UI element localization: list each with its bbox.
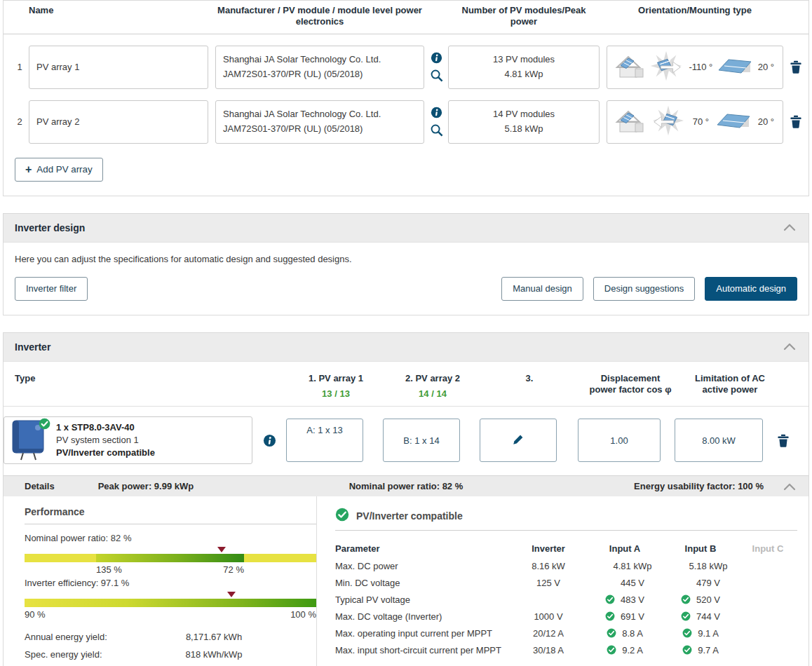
roof-house-icon (614, 52, 645, 82)
input-b-value: 9.7 A (698, 645, 719, 655)
array2-string-count: 14 / 14 (394, 388, 471, 399)
info-icon[interactable] (263, 434, 276, 447)
azimuth-value: -110 ° (689, 62, 712, 72)
compat-row: Max. operating input current per MPPT 20… (335, 625, 797, 641)
pv-array-name-value: PV array 2 (36, 116, 79, 127)
magnifier-icon[interactable] (430, 69, 443, 82)
inverter-design-title: Inverter design (15, 222, 85, 233)
inverter-name: 1 x STP8.0-3AV-40 (56, 421, 155, 434)
ac-limit-field[interactable]: 8.00 kW (675, 419, 763, 462)
gauge-marker (217, 547, 226, 552)
nominal-power-ratio-gauge (25, 546, 316, 563)
pv-array-name-value: PV array 1 (36, 62, 79, 72)
col-parameter: Parameter (335, 543, 510, 554)
orientation-field[interactable]: 70 ° 20 ° (607, 100, 783, 144)
pv-array-name-field[interactable]: PV array 2 (29, 100, 208, 144)
design-suggestions-button[interactable]: Design suggestions (593, 277, 695, 301)
stat-row: Spec. energy yield: 818 kWh/kWp (25, 646, 316, 663)
peak-power: 5.18 kWp (505, 122, 543, 136)
collapse-chevron-icon[interactable] (783, 341, 796, 350)
ok-check-icon (682, 628, 692, 638)
col-input-c: Input C (738, 543, 797, 554)
input-b-value: 520 V (696, 594, 720, 605)
modules-count: 13 PV modules (493, 53, 555, 67)
compatible-check-icon (335, 508, 349, 524)
manufacturer-line: Shanghai JA Solar Technology Co. Ltd. (223, 53, 424, 67)
pv-array-name-field[interactable]: PV array 1 (29, 46, 208, 89)
magnifier-icon[interactable] (430, 123, 443, 137)
input-a-value: 691 V (621, 611, 644, 622)
cos-phi-field[interactable]: 1.00 (578, 419, 661, 462)
input-b-config: B: 1 x 14 (403, 435, 439, 446)
details-label: Details (25, 481, 55, 491)
col-input-b: Input B (663, 543, 738, 554)
param-label: Max. operating input current per MPPT (335, 628, 510, 639)
tilt-value: 20 ° (758, 62, 774, 72)
module-line: JAM72S01-370/PR (UL) (05/2018) (223, 122, 424, 136)
inverter-title: Inverter (15, 341, 50, 353)
inverter-type-card[interactable]: 1 x STP8.0-3AV-40 PV system section 1 PV… (4, 416, 252, 464)
col-header-array2: 2. PV array 2 (394, 373, 471, 385)
modules-count: 14 PV modules (493, 107, 555, 121)
param-label: Min. DC voltage (335, 578, 510, 588)
input-b-value: 9.1 A (698, 628, 719, 639)
input-a-value: 8.8 A (622, 628, 643, 639)
col-header-3: 3. (491, 373, 568, 385)
energy-usability-summary: Energy usability factor: 100 % (634, 481, 764, 491)
inverter-value: 125 V (510, 578, 587, 588)
module-line: JAM72S01-370/PR (UL) (05/2018) (223, 67, 424, 81)
inverter-design-panel: Inverter design Here you can adjust the … (3, 213, 809, 315)
inverter-section: PV system section 1 (56, 434, 155, 447)
peak-power-summary: Peak power: 9.99 kWp (98, 481, 194, 491)
collapse-chevron-icon[interactable] (783, 222, 796, 231)
pv-module-field[interactable]: Shanghai JA Solar Technology Co. Ltd. JA… (215, 46, 424, 89)
pv-module-field[interactable]: Shanghai JA Solar Technology Co. Ltd. JA… (215, 100, 424, 144)
delete-inverter-icon[interactable] (778, 434, 789, 447)
stat-row: Performance ratio: 85.9 % (25, 663, 316, 666)
inverter-device-image (10, 419, 48, 461)
col-header-array1: 1. PV array 1 (297, 373, 374, 385)
manual-design-button[interactable]: Manual design (501, 277, 583, 301)
info-icon[interactable] (431, 52, 442, 64)
performance-title: Performance (25, 506, 316, 517)
modules-peak-power-field[interactable]: 14 PV modules 5.18 kWp (448, 100, 600, 144)
delete-pv-array-icon[interactable] (790, 60, 801, 74)
input-c-config-field[interactable] (480, 419, 557, 462)
inverter-value: 20/12 A (510, 628, 587, 639)
col-header-manufacturer: Manufacturer / PV module / module level … (215, 5, 424, 28)
col-input-a: Input A (587, 543, 663, 554)
col-header-orientation: Orientation/Mounting type (607, 5, 783, 28)
azimuth-compass-icon (651, 104, 686, 139)
tilt-panel-icon (717, 57, 752, 77)
ok-check-icon (605, 611, 615, 621)
inverter-value: 30/18 A (510, 645, 587, 655)
pv-array-panel: Name Manufacturer / PV module / module l… (3, 0, 809, 196)
collapse-chevron-icon[interactable] (783, 482, 796, 491)
nominal-power-ratio-summary: Nominal power ratio: 82 % (349, 481, 463, 491)
inverter-value: 8.16 kW (510, 561, 587, 571)
array1-string-count: 13 / 13 (297, 388, 374, 399)
row-index: 2 (11, 100, 29, 144)
inverter-design-description: Here you can adjust the specifications f… (15, 254, 797, 264)
ok-check-icon (681, 611, 691, 621)
inverter-filter-button[interactable]: Inverter filter (15, 277, 88, 301)
cos-phi-value: 1.00 (610, 435, 628, 446)
input-a-config-field[interactable]: A: 1 x 13 (286, 419, 363, 462)
delete-pv-array-icon[interactable] (790, 115, 801, 128)
manufacturer-line: Shanghai JA Solar Technology Co. Ltd. (223, 107, 424, 121)
automatic-design-button[interactable]: Automatic design (705, 277, 797, 301)
input-a-value: 4.81 kWp (614, 561, 652, 571)
pv-array-row: 2 PV array 2 Shanghai JA Solar Technolog… (4, 100, 808, 144)
input-b-value: 744 V (696, 611, 720, 622)
info-icon[interactable] (431, 107, 442, 118)
add-pv-array-button[interactable]: + Add PV array (15, 158, 103, 182)
compatible-check-icon (39, 418, 50, 432)
ok-check-icon (681, 594, 691, 604)
col-header-ac-limit: Limitation of AC active power (686, 373, 774, 397)
inverter-row: 1 x STP8.0-3AV-40 PV system section 1 PV… (4, 407, 808, 475)
col-header-name: Name (29, 5, 208, 28)
input-b-value: 479 V (696, 578, 720, 588)
input-b-config-field[interactable]: B: 1 x 14 (383, 419, 460, 462)
modules-peak-power-field[interactable]: 13 PV modules 4.81 kWp (448, 46, 600, 89)
orientation-field[interactable]: -110 ° 20 ° (607, 46, 783, 89)
